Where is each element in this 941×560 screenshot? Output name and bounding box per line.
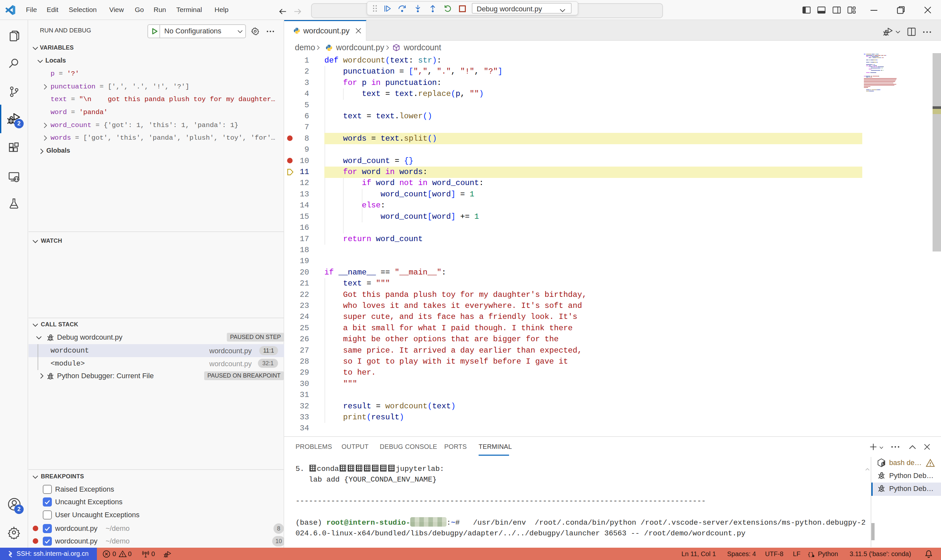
- svg-text:$: $: [882, 462, 884, 466]
